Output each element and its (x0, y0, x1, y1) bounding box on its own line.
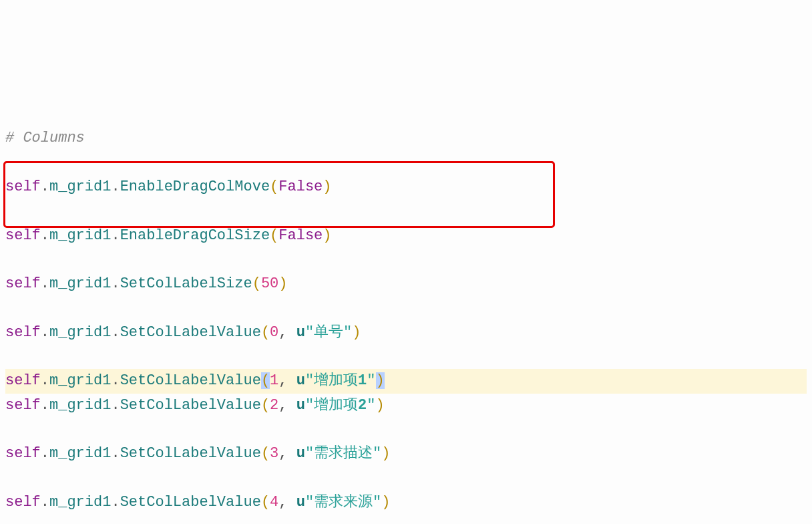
code-block: # Columns self.m_grid1.EnableDragColMove… (5, 102, 807, 524)
line-enable-drag-col-move: self.m_grid1.EnableDragColMove(False) (5, 175, 807, 199)
line-comment: # Columns (5, 126, 807, 150)
line-label-4: self.m_grid1.SetColLabelValue(4, u"需求来源"… (5, 491, 807, 515)
line-label-1-highlighted: self.m_grid1.SetColLabelValue(1, u"增加项1"… (5, 369, 807, 393)
selected-open-paren: ( (261, 372, 270, 389)
line-set-col-label-size: self.m_grid1.SetColLabelSize(50) (5, 272, 807, 296)
line-label-0: self.m_grid1.SetColLabelValue(0, u"单号") (5, 321, 807, 345)
comment: # Columns (5, 130, 85, 146)
line-label-2: self.m_grid1.SetColLabelValue(2, u"增加项2"… (5, 394, 807, 418)
line-label-3: self.m_grid1.SetColLabelValue(3, u"需求描述"… (5, 442, 807, 466)
selected-close-paren: ) (376, 372, 385, 389)
line-enable-drag-col-size: self.m_grid1.EnableDragColSize(False) (5, 224, 807, 248)
